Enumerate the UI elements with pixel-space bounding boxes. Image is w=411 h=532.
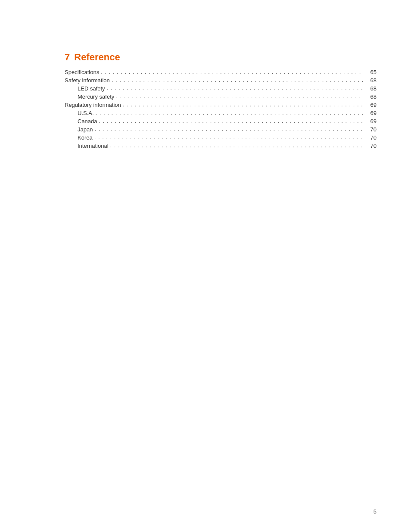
chapter-number: 7 (65, 52, 70, 63)
page-number: 5 (374, 508, 377, 515)
toc-page-regulatory-information: 69 (364, 102, 377, 108)
toc-page-mercury-safety: 68 (364, 93, 377, 100)
toc-page-safety-information: 68 (364, 77, 377, 84)
toc-label-safety-information: Safety information (65, 77, 110, 84)
toc-dots: . . . . . . . . . . . . . . . . . . . . … (101, 68, 363, 75)
toc-row: International. . . . . . . . . . . . . .… (65, 143, 377, 149)
toc-row: Korea. . . . . . . . . . . . . . . . . .… (65, 134, 377, 141)
toc-page-usa: 69 (364, 110, 377, 116)
toc-page-led-safety: 68 (364, 85, 377, 92)
toc-page-korea: 70 (364, 134, 377, 141)
chapter-title: Reference (74, 52, 120, 63)
toc-page-specifications: 65 (364, 69, 377, 75)
page-container: 7 Reference Specifications. . . . . . . … (0, 0, 411, 532)
toc-page-canada: 69 (364, 118, 377, 124)
toc-label-led-safety: LED safety (65, 85, 105, 92)
toc-row: U.S.A.. . . . . . . . . . . . . . . . . … (65, 110, 377, 116)
toc-row: LED safety. . . . . . . . . . . . . . . … (65, 85, 377, 92)
toc-label-canada: Canada (65, 118, 97, 124)
toc-label-international: International (65, 143, 109, 149)
toc-dots: . . . . . . . . . . . . . . . . . . . . … (107, 85, 363, 91)
toc-dots: . . . . . . . . . . . . . . . . . . . . … (110, 142, 363, 149)
toc-row: Regulatory information. . . . . . . . . … (65, 102, 377, 108)
toc-label-mercury-safety: Mercury safety (65, 93, 114, 100)
toc-label-regulatory-information: Regulatory information (65, 102, 121, 108)
toc-row: Mercury safety. . . . . . . . . . . . . … (65, 93, 377, 100)
toc-list: Specifications. . . . . . . . . . . . . … (65, 69, 377, 149)
toc-label-usa: U.S.A. (65, 110, 94, 116)
toc-dots: . . . . . . . . . . . . . . . . . . . . … (116, 93, 363, 100)
toc-label-korea: Korea (65, 134, 93, 141)
toc-row: Specifications. . . . . . . . . . . . . … (65, 69, 377, 75)
toc-row: Safety information. . . . . . . . . . . … (65, 77, 377, 84)
toc-dots: . . . . . . . . . . . . . . . . . . . . … (99, 118, 363, 124)
toc-label-japan: Japan (65, 126, 93, 133)
toc-dots: . . . . . . . . . . . . . . . . . . . . … (96, 109, 363, 116)
toc-dots: . . . . . . . . . . . . . . . . . . . . … (112, 77, 363, 83)
toc-row: Japan. . . . . . . . . . . . . . . . . .… (65, 126, 377, 133)
toc-dots: . . . . . . . . . . . . . . . . . . . . … (94, 134, 363, 140)
chapter-heading: 7 Reference (65, 52, 377, 63)
toc-page-japan: 70 (364, 126, 377, 133)
toc-row: Canada. . . . . . . . . . . . . . . . . … (65, 118, 377, 124)
toc-page-international: 70 (364, 143, 377, 149)
toc-label-specifications: Specifications (65, 69, 99, 75)
toc-dots: . . . . . . . . . . . . . . . . . . . . … (123, 101, 363, 108)
toc-dots: . . . . . . . . . . . . . . . . . . . . … (94, 126, 363, 132)
